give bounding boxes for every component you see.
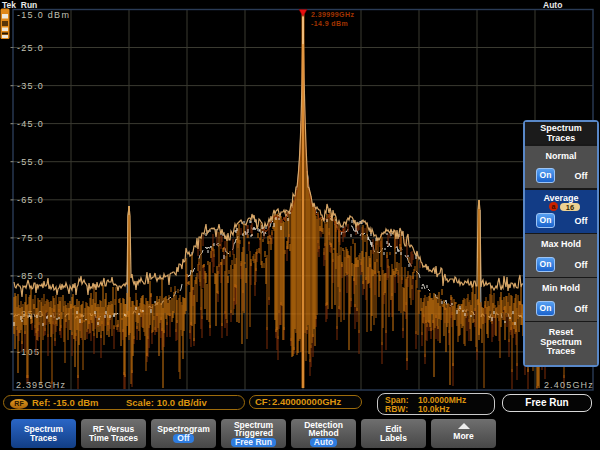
svg-text:-14.9 dBm: -14.9 dBm [311,20,348,27]
svg-text:-55.0: -55.0 [17,157,44,167]
svg-text:-45.0: -45.0 [17,119,44,129]
svg-text:-105: -105 [17,347,40,357]
svg-text:-25.0: -25.0 [17,43,44,53]
svg-text:2.39999GHz: 2.39999GHz [311,11,354,18]
svg-text:-75.0: -75.0 [17,233,44,243]
svg-text:-65.0: -65.0 [17,195,44,205]
svg-text:2.395GHz: 2.395GHz [16,380,66,390]
svg-text:-85.0: -85.0 [17,271,44,281]
svg-text:-35.0: -35.0 [17,81,44,91]
svg-text:-15.0 dBm: -15.0 dBm [17,10,70,20]
svg-text:2.405GHz: 2.405GHz [544,380,594,390]
